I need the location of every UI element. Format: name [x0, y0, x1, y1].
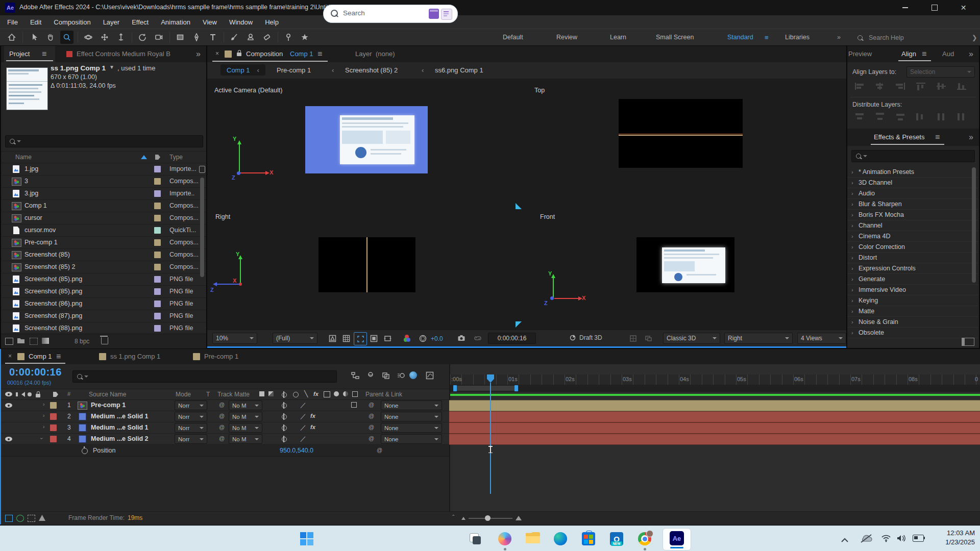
layer-color-chip[interactable]: [50, 424, 57, 431]
tab-align[interactable]: Align: [901, 50, 916, 58]
tray-chevron-icon[interactable]: [841, 535, 848, 539]
panel-menu-icon[interactable]: ≡: [56, 352, 61, 361]
onedrive-offline-icon[interactable]: [860, 534, 873, 543]
zoom-out-mountain-icon[interactable]: [461, 517, 465, 520]
quality-switch-icon[interactable]: ／: [300, 435, 306, 443]
exposure-icon[interactable]: [416, 332, 429, 344]
menu-view[interactable]: View: [203, 18, 217, 26]
effects-category[interactable]: ›* Animation Presets: [847, 166, 978, 178]
color-depth-label[interactable]: 8 bpc: [75, 338, 89, 345]
tab-preview[interactable]: Preview: [848, 50, 872, 58]
tab-timeline-precomp1[interactable]: Pre-comp 1: [204, 353, 238, 360]
project-row[interactable]: Screenshot (88).pngPNG file: [1, 322, 206, 335]
layer-bar[interactable]: [449, 411, 980, 422]
battery-icon[interactable]: [913, 535, 925, 541]
tabstrip-overflow-icon[interactable]: »: [196, 49, 201, 59]
color-depth-icon[interactable]: [42, 338, 49, 344]
workspace-default[interactable]: Default: [503, 29, 523, 45]
layer-color-chip[interactable]: [50, 402, 57, 409]
frame-blend-icon[interactable]: [380, 369, 392, 382]
region-of-interest-icon[interactable]: [354, 332, 367, 345]
workspace-overflow-icon[interactable]: »: [837, 29, 841, 45]
property-row[interactable]: Position 950.0,540.0 @: [1, 445, 449, 457]
column-type[interactable]: Type: [169, 154, 183, 161]
resolution-dropdown[interactable]: (Full): [273, 333, 317, 344]
work-area-track[interactable]: [450, 385, 980, 392]
effects-category[interactable]: ›Channel: [847, 220, 978, 231]
project-row[interactable]: Screenshot (85).pngPNG file: [1, 273, 206, 286]
minimize-button[interactable]: [891, 0, 920, 15]
zoom-slider-handle[interactable]: [485, 515, 491, 521]
timeline-zoom-slider[interactable]: [469, 518, 512, 519]
quality-switch-icon[interactable]: ／: [300, 401, 306, 410]
layer-color-chip[interactable]: [50, 413, 57, 420]
property-name[interactable]: Position: [93, 447, 115, 454]
work-area-start-handle[interactable]: [453, 385, 457, 391]
menu-animation[interactable]: Animation: [161, 18, 190, 26]
workspace-standard[interactable]: Standard: [727, 29, 753, 45]
rotation-tool[interactable]: [136, 31, 149, 44]
menu-composition[interactable]: Composition: [54, 18, 90, 26]
visibility-eye-icon[interactable]: [5, 403, 12, 408]
track-matte-dropdown[interactable]: No M: [229, 434, 262, 444]
panel-corner-icon[interactable]: [962, 338, 974, 346]
magnification-dropdown[interactable]: 10%: [212, 333, 257, 344]
selection-tool[interactable]: [28, 31, 41, 44]
effects-category[interactable]: ›Generate: [847, 273, 978, 285]
render-settings-icon[interactable]: [39, 515, 45, 521]
type-tool[interactable]: [206, 31, 219, 44]
search-highlight-clapper-icon[interactable]: [429, 9, 439, 19]
workspace-small-screen[interactable]: Small Screen: [656, 29, 694, 45]
close-button[interactable]: ✕: [949, 0, 978, 15]
close-icon[interactable]: ×: [215, 50, 219, 57]
mask-visibility-icon[interactable]: [368, 332, 380, 344]
layer-row[interactable]: › 2 Medium ...e Solid 1 Norr @ No M ／ fx…: [1, 411, 449, 422]
quality-switch-icon[interactable]: ／: [300, 423, 306, 432]
column-mode[interactable]: Mode: [176, 391, 191, 398]
menu-help[interactable]: Help: [265, 18, 279, 26]
project-row[interactable]: Screenshot (85)Compos...: [1, 249, 206, 261]
trash-icon[interactable]: [101, 337, 108, 344]
mode-dropdown[interactable]: Norr: [175, 412, 207, 421]
effects-search-input[interactable]: [851, 150, 975, 162]
motion-sketch-tool[interactable]: [298, 31, 311, 44]
copilot-icon[interactable]: [498, 532, 511, 545]
current-timecode[interactable]: 0:00:00:16: [9, 366, 62, 378]
tab-effect-controls[interactable]: Effect Controls Medium Royal B: [77, 50, 170, 58]
breadcrumb-comp1[interactable]: Comp 1 ‹: [220, 64, 265, 76]
menu-effect[interactable]: Effect: [132, 18, 149, 26]
new-folder-icon[interactable]: [17, 338, 24, 343]
tray-clock[interactable]: 12:03 AM 1/23/2025: [932, 529, 975, 548]
timeline-search-input[interactable]: [72, 370, 337, 383]
search-highlight-doc-icon[interactable]: [441, 9, 452, 20]
parent-pickwhip-icon[interactable]: @: [369, 413, 374, 419]
wifi-icon[interactable]: [881, 534, 891, 542]
dolly-camera-tool[interactable]: [114, 31, 128, 44]
project-row[interactable]: Comp 1Compos...: [1, 200, 206, 212]
project-row[interactable]: Screenshot (87).pngPNG file: [1, 310, 206, 322]
layer-name[interactable]: Pre-comp 1: [91, 402, 126, 409]
track-matte-dropdown[interactable]: No M: [229, 400, 262, 410]
renderer-dropdown[interactable]: Classic 3D: [663, 333, 720, 344]
project-row[interactable]: 1.jpgImporte...: [1, 163, 206, 176]
panel-menu-icon[interactable]: ≡: [42, 49, 46, 59]
work-area-end-handle[interactable]: [514, 385, 518, 391]
effects-category[interactable]: ›Distort: [847, 252, 978, 263]
front-view[interactable]: [636, 237, 734, 292]
project-row[interactable]: Screenshot (86).pngPNG file: [1, 298, 206, 310]
toggle-inout-icon[interactable]: [28, 515, 35, 522]
view-layout-dropdown[interactable]: 4 Views: [797, 333, 846, 344]
3d-switch-icon[interactable]: [351, 402, 357, 408]
effects-category[interactable]: ›Matte: [847, 306, 978, 317]
expand-icon[interactable]: ›: [43, 424, 44, 430]
tab-timeline-comp1[interactable]: Comp 1: [29, 353, 52, 360]
column-name[interactable]: Name: [15, 154, 32, 161]
effects-category[interactable]: ›Boris FX Mocha: [847, 209, 978, 220]
breadcrumb-precomp1[interactable]: Pre-comp 1: [277, 66, 311, 74]
panel-menu-icon[interactable]: ≡: [922, 49, 926, 59]
home-tool[interactable]: [5, 31, 18, 44]
column-track-matte[interactable]: Track Matte: [217, 391, 250, 398]
comp-marker-icon[interactable]: ⌃: [451, 514, 455, 519]
layer-name[interactable]: Medium ...e Solid 1: [91, 413, 149, 420]
fx-badge-icon[interactable]: fx: [310, 424, 315, 430]
